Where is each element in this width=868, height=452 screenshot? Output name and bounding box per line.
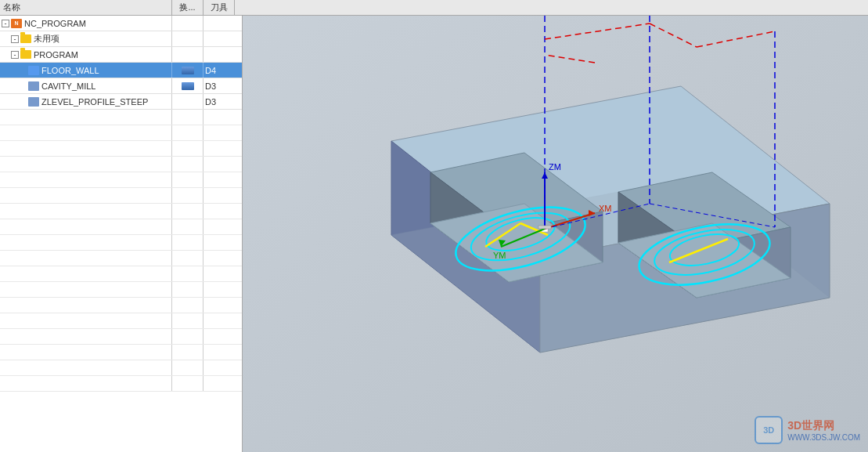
tree-row[interactable]: - 未用项 [0, 31, 242, 47]
expand-btn[interactable]: - [2, 20, 9, 27]
tree-row[interactable]: CAVITY_MILL D3 [0, 78, 242, 94]
tree-cell-name: - PROGRAM [0, 47, 172, 62]
tree-cell-name: - 未用项 [0, 31, 172, 46]
tree-cell-tool [203, 31, 235, 46]
watermark-logo-text: 3D [763, 425, 774, 435]
header-name: 名称 [0, 0, 172, 15]
empty-row [0, 345, 242, 360]
tree-cell-name: - N NC_PROGRAM [0, 16, 172, 31]
empty-row [0, 110, 242, 125]
tree-row[interactable]: ZLEVEL_PROFILE_STEEP D3 [0, 94, 242, 110]
empty-row [0, 125, 242, 141]
row-label: PROGRAM [34, 50, 78, 60]
op-icon [28, 81, 39, 91]
empty-row [0, 298, 242, 313]
empty-row [0, 235, 242, 251]
row-label: CAVITY_MILL [41, 81, 96, 91]
row-label: ZLEVEL_PROFILE_STEEP [41, 97, 148, 107]
empty-row [0, 329, 242, 345]
folder-icon [20, 34, 31, 43]
op-icon [28, 97, 39, 107]
empty-row [0, 251, 242, 266]
empty-row [0, 376, 242, 392]
svg-rect-41 [538, 226, 551, 229]
row-label: 未用项 [34, 33, 59, 45]
nc-icon: N [11, 19, 22, 28]
svg-text:XM: XM [599, 204, 612, 213]
tree-cell-switch [172, 31, 203, 46]
tree-cell-tool: D3 [203, 94, 235, 109]
tree-row[interactable]: - PROGRAM [0, 47, 242, 63]
tree-cell-tool [203, 16, 235, 31]
empty-rows [0, 110, 242, 392]
row-label: NC_PROGRAM [24, 19, 86, 28]
tree-cell-name: CAVITY_MILL [0, 78, 172, 93]
tool-switch-icon [182, 67, 194, 74]
3d-viewport[interactable]: XM YM ZM [243, 16, 868, 452]
empty-row [0, 219, 242, 235]
watermark-logo: 3D [755, 416, 783, 444]
header-tool: 刀具 [203, 0, 235, 15]
svg-text:YM: YM [493, 251, 506, 260]
main-area: - N NC_PROGRAM - 未用项 - [0, 16, 868, 452]
watermark-url: WWW.3DS.JW.COM [787, 433, 860, 442]
tree-cell-tool: D4 [203, 63, 235, 78]
empty-row [0, 188, 242, 204]
empty-row [0, 157, 242, 172]
tree-cell-switch [172, 78, 203, 93]
empty-row [0, 172, 242, 188]
tree-cell-switch [172, 16, 203, 31]
tree-cell-name: FLOOR_WALL [0, 63, 172, 78]
expand-btn[interactable]: - [11, 35, 19, 43]
watermark-text: 3D世界网 WWW.3DS.JW.COM [787, 419, 860, 442]
expand-btn[interactable]: - [11, 51, 19, 59]
header-switch: 换... [172, 0, 203, 15]
empty-row [0, 360, 242, 376]
tree-cell-switch [172, 63, 203, 78]
watermark-brand: 3D世界网 [787, 419, 860, 433]
row-label: FLOOR_WALL [41, 66, 99, 75]
table-header: 名称 换... 刀具 [0, 0, 868, 16]
tree-cell-switch [172, 94, 203, 109]
tree-cell-tool [203, 47, 235, 62]
tree-cell-tool: D3 [203, 78, 235, 93]
tree-cell-switch [172, 47, 203, 62]
op-icon [28, 66, 39, 75]
tool-label: D3 [205, 97, 216, 107]
tree-row[interactable]: FLOOR_WALL D4 [0, 63, 242, 78]
watermark: 3D 3D世界网 WWW.3DS.JW.COM [755, 416, 860, 444]
empty-row [0, 204, 242, 219]
tool-switch-icon [182, 82, 194, 90]
tool-label: D3 [205, 81, 216, 91]
tree-row[interactable]: - N NC_PROGRAM [0, 16, 242, 31]
tree-area: - N NC_PROGRAM - 未用项 - [0, 16, 242, 452]
left-panel: - N NC_PROGRAM - 未用项 - [0, 16, 243, 452]
tool-label: D4 [205, 66, 216, 75]
empty-row [0, 313, 242, 329]
empty-row [0, 141, 242, 157]
svg-text:ZM: ZM [549, 162, 561, 172]
folder-icon [20, 50, 31, 59]
tree-cell-name: ZLEVEL_PROFILE_STEEP [0, 94, 172, 109]
3d-scene: XM YM ZM [243, 16, 868, 452]
empty-row [0, 266, 242, 282]
empty-row [0, 282, 242, 298]
